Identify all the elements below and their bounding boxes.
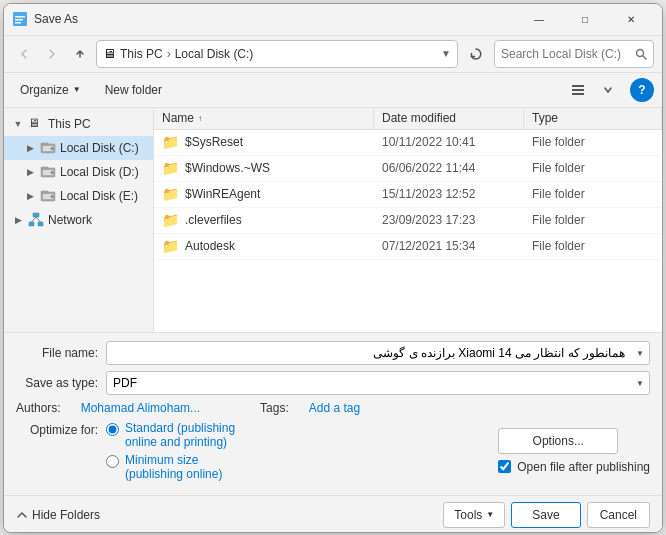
svg-rect-21	[33, 213, 39, 217]
sidebar-item-network[interactable]: ▶ Network	[4, 208, 153, 232]
radio-minimum[interactable]: Minimum size (publishing online)	[106, 453, 235, 481]
sidebar-item-local-disk-e[interactable]: ▶ Local Disk (E:)	[4, 184, 153, 208]
folder-icon: 📁	[162, 212, 179, 228]
optimize-row: Optimize for: Standard (publishing onlin…	[16, 421, 650, 481]
filename-label: File name:	[16, 346, 106, 360]
view-list-button[interactable]	[564, 77, 592, 103]
file-list-header: Name ↑ Date modified Type	[154, 108, 662, 130]
savetype-row: Save as type: PDF	[16, 371, 650, 395]
file-list-area: Name ↑ Date modified Type 📁 $SysReset 10…	[154, 108, 662, 332]
authors-value[interactable]: Mohamad Alimoham...	[81, 401, 200, 415]
search-input[interactable]	[501, 47, 631, 61]
expand-network-icon: ▶	[12, 214, 24, 226]
table-row[interactable]: 📁 $Windows.~WS 06/06/2022 11:44 File fol…	[154, 156, 662, 182]
minimize-button[interactable]: —	[516, 3, 562, 35]
refresh-button[interactable]	[462, 40, 490, 68]
sidebar-item-this-pc[interactable]: ▼ 🖥 This PC	[4, 112, 153, 136]
tools-button[interactable]: Tools ▼	[443, 502, 505, 528]
table-row[interactable]: 📁 .cleverfiles 23/09/2023 17:23 File fol…	[154, 208, 662, 234]
folder-icon: 📁	[162, 186, 179, 202]
action-buttons: Tools ▼ Save Cancel	[443, 502, 650, 528]
view-dropdown-button[interactable]	[594, 77, 622, 103]
svg-rect-22	[29, 222, 34, 226]
up-button[interactable]	[68, 42, 92, 66]
optimize-options: Standard (publishing online and printing…	[106, 421, 235, 481]
organize-button[interactable]: Organize ▼	[12, 77, 89, 103]
optimize-label: Optimize for:	[16, 421, 106, 437]
maximize-button[interactable]: □	[562, 3, 608, 35]
svg-rect-6	[572, 85, 584, 87]
svg-rect-12	[41, 143, 48, 145]
savetype-wrapper: PDF	[106, 371, 650, 395]
svg-rect-7	[572, 89, 584, 91]
tags-label: Tags:	[260, 401, 289, 415]
column-header-date[interactable]: Date modified	[374, 108, 524, 129]
svg-rect-1	[15, 16, 25, 18]
address-bar-row: 🖥 This PC › Local Disk (C:) ▼	[4, 36, 662, 73]
search-box[interactable]	[494, 40, 654, 68]
folder-icon: 📁	[162, 160, 179, 176]
svg-rect-8	[572, 93, 584, 95]
folder-icon: 📁	[162, 134, 179, 150]
save-as-dialog: Save As — □ ✕ 🖥 This PC › Local Disk (C:…	[3, 3, 663, 533]
bottom-form: File name: Save as type: PDF Authors: Mo…	[4, 332, 662, 495]
open-after-checkbox[interactable]	[498, 460, 511, 473]
table-row[interactable]: 📁 $SysReset 10/11/2022 10:41 File folder	[154, 130, 662, 156]
svg-line-5	[643, 56, 646, 59]
column-header-type[interactable]: Type	[524, 108, 662, 129]
svg-line-24	[32, 217, 37, 222]
breadcrumb-sep: ›	[167, 47, 171, 61]
folder-icon: 📁	[162, 238, 179, 254]
back-button[interactable]	[12, 42, 36, 66]
this-pc-icon: 🖥	[28, 116, 44, 132]
radio-standard-input[interactable]	[106, 423, 119, 436]
svg-rect-20	[41, 191, 48, 193]
sidebar: ▼ 🖥 This PC ▶ Local Disk (C:)	[4, 108, 154, 332]
address-icon: 🖥	[103, 46, 116, 61]
close-button[interactable]: ✕	[608, 3, 654, 35]
filename-row: File name:	[16, 341, 650, 365]
save-button[interactable]: Save	[511, 502, 580, 528]
new-folder-button[interactable]: New folder	[97, 77, 170, 103]
authors-label: Authors:	[16, 401, 61, 415]
local-disk-d-icon	[40, 164, 56, 180]
svg-rect-2	[15, 19, 23, 21]
breadcrumb: This PC › Local Disk (C:)	[120, 47, 437, 61]
column-header-name[interactable]: Name ↑	[154, 108, 374, 129]
address-bar[interactable]: 🖥 This PC › Local Disk (C:) ▼	[96, 40, 458, 68]
filename-wrapper	[106, 341, 650, 365]
table-row[interactable]: 📁 Autodesk 07/12/2021 15:34 File folder	[154, 234, 662, 260]
expand-this-pc-icon: ▼	[12, 118, 24, 130]
local-disk-c-icon	[40, 140, 56, 156]
radio-standard[interactable]: Standard (publishing online and printing…	[106, 421, 235, 449]
svg-point-19	[51, 195, 54, 198]
svg-rect-16	[41, 167, 48, 169]
options-button[interactable]: Options...	[498, 428, 618, 454]
radio-minimum-input[interactable]	[106, 455, 119, 468]
dialog-icon	[12, 11, 28, 27]
network-icon	[28, 212, 44, 228]
help-button[interactable]: ?	[630, 78, 654, 102]
action-row: Hide Folders Tools ▼ Save Cancel	[4, 495, 662, 532]
address-dropdown-icon[interactable]: ▼	[441, 48, 451, 59]
filename-input[interactable]	[106, 341, 650, 365]
cancel-button[interactable]: Cancel	[587, 502, 650, 528]
savetype-select[interactable]: PDF	[106, 371, 650, 395]
svg-point-4	[637, 49, 644, 56]
search-icon	[635, 48, 647, 60]
window-controls: — □ ✕	[516, 3, 654, 35]
breadcrumb-part-2: Local Disk (C:)	[175, 47, 254, 61]
dialog-title: Save As	[34, 12, 516, 26]
table-row[interactable]: 📁 $WinREAgent 15/11/2023 12:52 File fold…	[154, 182, 662, 208]
add-tag-link[interactable]: Add a tag	[309, 401, 360, 415]
radio-minimum-label: Minimum size (publishing online)	[125, 453, 222, 481]
chevron-up-icon	[16, 509, 28, 521]
main-area: ▼ 🖥 This PC ▶ Local Disk (C:)	[4, 108, 662, 332]
open-after-label[interactable]: Open file after publishing	[517, 460, 650, 474]
forward-button[interactable]	[40, 42, 64, 66]
hide-folders-button[interactable]: Hide Folders	[16, 508, 100, 522]
svg-point-15	[51, 171, 54, 174]
sidebar-item-local-disk-c[interactable]: ▶ Local Disk (C:)	[4, 136, 153, 160]
sidebar-item-local-disk-d[interactable]: ▶ Local Disk (D:)	[4, 160, 153, 184]
sort-arrow-name: ↑	[198, 114, 202, 123]
